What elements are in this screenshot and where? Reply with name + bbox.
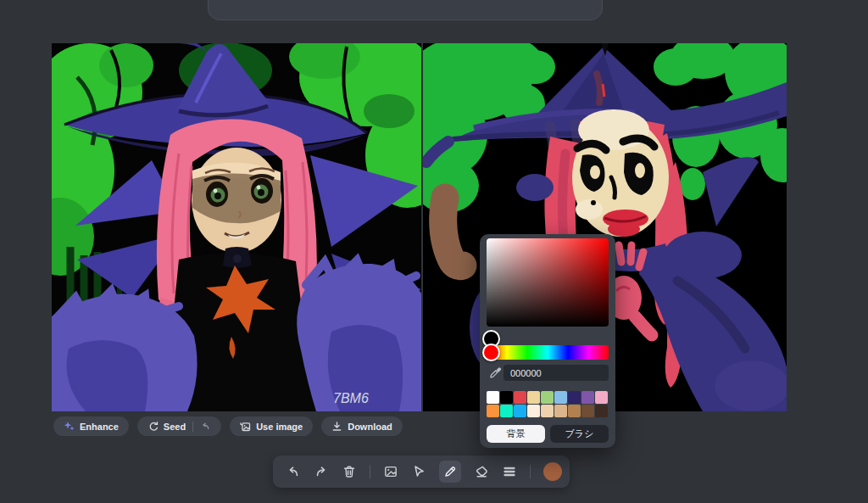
color-swatch[interactable] (581, 391, 594, 404)
seed-button[interactable]: Seed (137, 416, 221, 436)
tab-brush[interactable]: ブラシ (550, 425, 609, 443)
color-swatch[interactable] (527, 391, 540, 404)
pencil-icon (442, 464, 458, 479)
eraser-icon[interactable] (474, 464, 489, 479)
eyedropper-icon[interactable] (488, 366, 501, 379)
color-swatch[interactable] (554, 405, 567, 417)
sparkles-icon (64, 421, 75, 432)
download-icon (331, 421, 342, 432)
color-swatch[interactable] (581, 405, 594, 417)
color-swatch[interactable] (514, 405, 526, 417)
color-swatch[interactable] (595, 391, 608, 404)
seed-label: Seed (164, 422, 186, 432)
refresh-icon (147, 421, 159, 432)
drawing-toolbar (273, 455, 570, 488)
color-picker-popup: 背景 ブラシ (480, 234, 615, 448)
hex-row (487, 365, 609, 381)
hue-selector[interactable] (482, 344, 500, 361)
pencil-tool-active[interactable] (439, 461, 461, 483)
saturation-value-area[interactable] (487, 238, 609, 327)
toolbar-divider (530, 465, 531, 478)
swatch-grid (487, 391, 610, 417)
color-swatch[interactable] (487, 405, 499, 417)
tab-background[interactable]: 背景 (487, 425, 545, 443)
color-swatch[interactable] (527, 405, 540, 417)
redo-icon[interactable] (314, 464, 329, 479)
hue-slider[interactable] (487, 345, 609, 360)
cursor-tool-icon[interactable] (411, 464, 426, 479)
image-watermark: 7BM6 (333, 391, 369, 405)
hex-color-input[interactable] (504, 365, 609, 381)
undo-icon[interactable] (286, 464, 301, 479)
brush-color-swatch[interactable] (543, 462, 562, 481)
use-image-label: Use image (256, 422, 303, 432)
toolbar-divider (370, 465, 370, 478)
trash-icon[interactable] (342, 464, 357, 479)
enhance-button[interactable]: Enhance (53, 416, 129, 436)
color-swatch[interactable] (595, 405, 608, 417)
brush-size-icon[interactable] (502, 464, 517, 479)
color-swatch[interactable] (500, 405, 513, 417)
color-swatch[interactable] (541, 391, 554, 404)
color-swatch[interactable] (514, 391, 526, 404)
color-swatch[interactable] (541, 405, 554, 417)
image-actions: Enhance Seed Use image (53, 416, 403, 436)
seed-divider (192, 422, 193, 432)
color-swatch[interactable] (568, 405, 581, 417)
picker-tabs: 背景 ブラシ (487, 425, 609, 443)
download-label: Download (348, 422, 392, 432)
color-swatch[interactable] (487, 391, 499, 404)
prompt-bar[interactable] (208, 0, 603, 20)
download-button[interactable]: Download (321, 416, 403, 436)
app-window: 7BM6 (0, 0, 868, 503)
color-swatch[interactable] (500, 391, 513, 404)
color-swatch[interactable] (568, 391, 581, 404)
seed-undo-icon[interactable] (200, 421, 211, 432)
generated-image: 7BM6 (52, 43, 421, 411)
color-swatch[interactable] (554, 391, 567, 404)
enhance-label: Enhance (80, 422, 119, 432)
generated-image-art: 7BM6 (52, 43, 421, 411)
image-tool-icon[interactable] (383, 464, 398, 479)
use-image-icon (240, 421, 251, 432)
use-image-button[interactable]: Use image (230, 416, 313, 436)
